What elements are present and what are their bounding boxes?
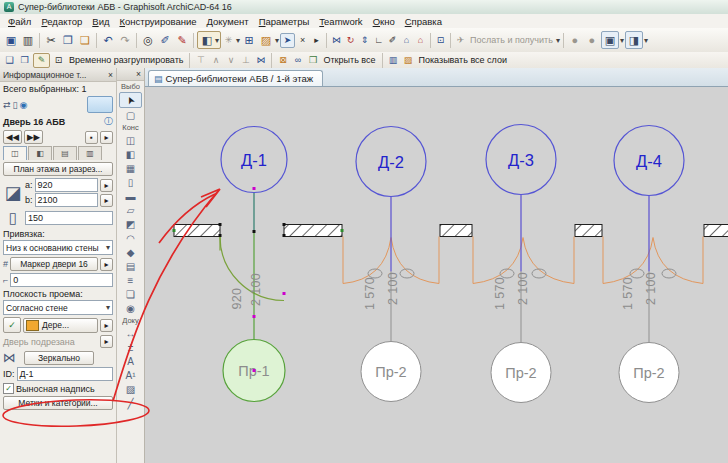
pickup-parameters-icon[interactable]: ✐: [157, 32, 173, 48]
save-icon[interactable]: ▣: [3, 32, 19, 48]
chevron-down-icon[interactable]: ▾: [620, 36, 624, 45]
door-marker-button[interactable]: Маркер двери 16: [10, 257, 98, 271]
tool-line[interactable]: ╱: [120, 396, 141, 410]
door-height-dim[interactable]: 2 100: [249, 273, 263, 306]
door-width-dim[interactable]: 920: [230, 288, 244, 310]
opening-marker-text[interactable]: Пр-2: [505, 365, 536, 381]
door-width-dim[interactable]: 1 570: [621, 277, 635, 310]
align-top-icon[interactable]: ⊤: [194, 54, 207, 67]
door-4-group[interactable]: Д-4 1 570 2 100 Пр-2: [603, 126, 703, 403]
house-icon[interactable]: ⌂: [414, 34, 427, 47]
chevron-down-icon[interactable]: ▾: [644, 36, 648, 45]
door-marker-text[interactable]: Д-2: [378, 153, 404, 171]
tool-stair[interactable]: ≡: [120, 273, 141, 287]
id-field[interactable]: Д-1: [17, 367, 113, 381]
wall-segment[interactable]: [704, 225, 728, 237]
menu-window[interactable]: Окно: [368, 15, 400, 28]
ungroup-icon[interactable]: ❒: [18, 54, 31, 67]
menu-teamwork[interactable]: Teamwork: [314, 15, 367, 28]
mirror-icon[interactable]: ⋈: [330, 34, 343, 47]
opening-plane-dropdown[interactable]: Согласно стене ▾: [3, 300, 113, 315]
suspend-groups-icon[interactable]: ✎: [33, 53, 50, 68]
tab-preview-4[interactable]: ▥: [78, 146, 102, 160]
tab-preview-3[interactable]: ▤: [53, 146, 77, 160]
prev-settings-button[interactable]: ◀◀: [3, 130, 22, 144]
door-height-dim[interactable]: 2 100: [386, 272, 400, 305]
print-icon[interactable]: ▥: [20, 32, 36, 48]
door-swing-arc[interactable]: [653, 238, 703, 284]
open-all-icon[interactable]: ❒: [306, 54, 319, 67]
door-swing-arc[interactable]: [343, 238, 391, 284]
door-marker-text[interactable]: Д-1: [241, 151, 267, 169]
tab-floor-plan[interactable]: ▤ Супер-библиотеки АБВ / 1-й этаж: [148, 70, 323, 86]
tool-roof[interactable]: ◩: [120, 217, 141, 231]
chevron-down-icon[interactable]: ▾: [275, 36, 279, 45]
tool-fill[interactable]: ▨: [120, 382, 141, 396]
link-icon[interactable]: ∞: [291, 54, 304, 67]
undo-icon[interactable]: ↶: [100, 32, 116, 48]
spline-icon[interactable]: ✐: [386, 34, 399, 47]
width-options-button[interactable]: ▸: [100, 179, 113, 192]
default-tool-combo[interactable]: ◧ ▾: [197, 31, 221, 49]
chevron-down-icon[interactable]: ▾: [215, 36, 219, 45]
tool-shell[interactable]: ◠: [120, 231, 141, 245]
door-swing-arc[interactable]: [523, 238, 574, 284]
door-width-dim[interactable]: 1 570: [363, 277, 377, 310]
quick-layers-icon[interactable]: ▥: [387, 54, 400, 67]
teamwork-panel-icon[interactable]: ▣: [601, 31, 619, 49]
translator-icon[interactable]: ➤: [280, 33, 295, 48]
menu-design[interactable]: Конструирование: [114, 15, 201, 28]
close-icon[interactable]: ×: [108, 70, 113, 80]
surface-material-button[interactable]: Дере...: [23, 318, 98, 333]
add-to-house-icon[interactable]: ⌂: [400, 34, 413, 47]
menu-edit[interactable]: Редактор: [36, 15, 87, 28]
anchor-dropdown[interactable]: Низ к основанию стены ▾: [3, 240, 113, 255]
wall-segment[interactable]: [174, 225, 220, 237]
copy-icon[interactable]: ❐: [60, 32, 76, 48]
stretch-icon[interactable]: ⇕: [358, 34, 371, 47]
arrow-cursor-icon[interactable]: ▸: [310, 34, 323, 47]
door-height-dim[interactable]: 2 100: [644, 272, 658, 305]
tool-label[interactable]: A¹: [120, 368, 141, 382]
send-backward-icon[interactable]: ∨: [224, 54, 237, 67]
collide-icon[interactable]: ⋈: [254, 54, 267, 67]
door-height-dim[interactable]: 2 100: [516, 272, 530, 305]
menu-document[interactable]: Документ: [202, 15, 254, 28]
door-marker-text[interactable]: Д-4: [636, 152, 662, 170]
width-field[interactable]: 920: [35, 178, 98, 192]
material-options-button[interactable]: ▸: [100, 319, 113, 332]
door-width-dim[interactable]: 1 570: [493, 277, 507, 310]
tool-beam[interactable]: ▬: [120, 189, 141, 203]
sill-field[interactable]: 0: [10, 273, 113, 287]
tool-column[interactable]: ▯: [120, 175, 141, 189]
collapse-button[interactable]: ▪: [85, 131, 98, 144]
marker-options-button[interactable]: ▸: [100, 258, 113, 271]
menu-view[interactable]: Вид: [87, 15, 114, 28]
opening-marker-text[interactable]: Пр-2: [375, 364, 406, 380]
rotate-icon[interactable]: ↻: [344, 34, 357, 47]
group-icon[interactable]: ❑: [3, 54, 16, 67]
tool-object[interactable]: ❏: [120, 287, 141, 301]
wall-segment[interactable]: [575, 225, 602, 237]
chevron-down-icon[interactable]: ▾: [236, 36, 240, 45]
open-all-label[interactable]: Открыть все: [321, 55, 377, 65]
surface-override-toggle[interactable]: ✓: [3, 317, 21, 333]
wall-segment[interactable]: [284, 225, 342, 237]
tool-wall[interactable]: ◫: [120, 133, 141, 147]
info-icon[interactable]: ⓘ: [104, 115, 113, 128]
tool-text[interactable]: A: [120, 354, 141, 368]
tool-curtain-wall[interactable]: ▤: [120, 259, 141, 273]
tool-morph[interactable]: ◆: [120, 245, 141, 259]
tool-door[interactable]: ◧: [120, 147, 141, 161]
inject-parameters-icon[interactable]: ✎: [174, 32, 190, 48]
door-3-group[interactable]: Д-3 1 570 2 100 Пр-2: [473, 125, 574, 403]
door-symbol-icon[interactable]: ▯: [13, 100, 18, 110]
plan-and-section-button[interactable]: План этажа и разрез...: [3, 162, 113, 176]
mirror-button[interactable]: Зеркально: [24, 351, 94, 365]
height-field[interactable]: 2100: [35, 193, 98, 207]
lock-icon[interactable]: ⊠: [276, 54, 289, 67]
send-receive-label[interactable]: Послать и получить: [468, 35, 555, 45]
chevron-down-icon[interactable]: ▾: [556, 36, 560, 45]
leader-checkbox[interactable]: ✓: [3, 383, 14, 394]
trimmed-options-button[interactable]: ▸: [100, 335, 113, 348]
